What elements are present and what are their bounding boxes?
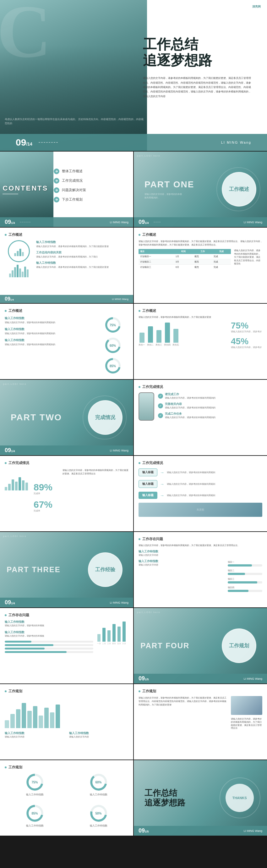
slide-part-two: part,LOGl here PART TWO 完成情况 091/4 LI MI… xyxy=(0,380,133,455)
contents-footer-name: LI MING Wang xyxy=(110,221,129,224)
slide-wancheng2: 工作完成情况 xyxy=(0,456,133,531)
donut-2: 60% xyxy=(104,337,122,354)
phone-image xyxy=(138,392,154,421)
gaishu-item-3: 输入工作特指数 请输入您的文字内容，请参考好的本模板利用规则的，为了我们能更好更… xyxy=(36,261,129,269)
part-two-label: PART TWO xyxy=(11,412,62,423)
big-c-watermark: C xyxy=(0,0,51,69)
cover-desc: 请输入您的文字内容，请参考好的本模板利用规则的，为了我们能更好更便、满足客员员工… xyxy=(143,76,253,99)
contents-footer: 091/4 LI MING Wang xyxy=(0,217,133,227)
slide-work-desc1: 工作概述 请输入您的文字内容，请参考好的本模板利用规则的，为了我们能更好更便、满… xyxy=(134,227,267,303)
slide-guihua1: 工作规划 输入工作特指数 请输入您的文字内容 xyxy=(0,684,133,760)
flow-chart: 输入标题 → 请输入您的文字内容，请参考好的本模板利用规则 输入标题 → 请输入… xyxy=(138,468,262,527)
slide-gongzuo-gaishu: 工作概述 xyxy=(0,227,133,303)
slide-cover: C 考虑以人教师为主时经济的一项用以帮助学生提出具体成与成的。 历史特殊优先方向… xyxy=(0,0,267,151)
cover-footer: 09/14 LI MING Wang xyxy=(0,134,267,151)
flow-row-3: 输入标题 → 请输入您的文字内容，请参考好的本模板利用规则 xyxy=(138,492,262,499)
wancheng3-title: 工作完成情况 xyxy=(142,461,163,465)
cover-bg-left: C 考虑以人教师为主时经济的一项用以帮助学生提出具体成与成的。 历史特殊优先方向… xyxy=(0,0,147,151)
s5-table: 项目 时间 工作 完成 计划项目一1月规范完成 计划项目二3月规范完成 计划项目… xyxy=(138,249,231,270)
part-one-desc: 请输入您的文字内容，请参考好的本模板利用规则的， xyxy=(144,192,182,199)
contents-item-label-4: 下步工作规划 xyxy=(62,197,82,202)
guihua-circles: 75% 输入工作特指数 60% 输入工作特指数 xyxy=(5,773,129,831)
cover-title: 工作总结 追逐梦想路 xyxy=(143,36,253,68)
svg-rect-1 xyxy=(16,251,19,256)
circle-item-3: 85% 输入工作特指数 xyxy=(5,804,65,831)
slide-part-three: part,LOGl here PART THREE 工作经验 091/4 LI … xyxy=(0,532,133,608)
slide-wenti2: 工作存在问题 输入工作特指数 请输入您的文字内容，请参考好的本模板 输入工作特指… xyxy=(0,608,133,683)
footer-dots xyxy=(39,142,215,143)
part-one-footer: 091/4 LI MING Wang xyxy=(134,217,267,227)
check-item-1: ✓ 请完成工作 请输入您的文字内容，请参考好的本模板利用规则的 xyxy=(158,392,262,400)
slide-wancheng1: 工作完成情况 ✓ 请完成工作 请输入您的文字内容，请参考好的本模板利用规则的 xyxy=(134,380,267,455)
part-two-badge: part,LOGl here xyxy=(3,383,26,385)
contents-title: CONTENTS xyxy=(2,184,48,192)
check-item-2: ✓ 完善相关内容 请输入您的文字内容，请参考好的本模板利用规则的 xyxy=(158,402,262,409)
circle-item-4: 50% 输入工作特指数 xyxy=(68,804,129,831)
s5-right-text: 请输入您的文字内容，请参考好的本模板利用规则的，为了我们能更好更便、满足客员员工… xyxy=(234,249,262,266)
flow-row-2: 输入标题 → 请输入您的文字内容，请参考好的本模板利用规则 xyxy=(138,480,262,488)
part-one-badge: part,LOGl here xyxy=(137,155,160,157)
mini-bar-chart xyxy=(9,265,29,277)
circle-item-1: 75% 输入工作特指数 xyxy=(5,773,65,800)
s4-footer: 091/4 LI MING Wang xyxy=(0,295,133,303)
contents-item-label-1: 整体工作概述 xyxy=(62,169,82,174)
circle-item-2: 60% 输入工作特指数 xyxy=(68,773,129,800)
guihua2-photo xyxy=(231,696,262,715)
svg-rect-2 xyxy=(19,249,21,256)
slide-gaishu3: 工作概述 请输入您的文字内容，请参考好的本模板利用规则的，为了我们能更好更便 类… xyxy=(134,304,267,379)
slide-guihua2: 工作规划 请输入您的文字内容，请参考好的本模板利用规则的，为了我们能更好更便、满… xyxy=(134,684,267,760)
slide-gaishu2: 工作概述 输入工作特指数 请输入您的文字内容，请参考好的本模板利用规则的 输入工… xyxy=(0,304,133,379)
cover-content: 演亮网 工作总结 追逐梦想路 请输入您的文字内容，请参考好的本模板利用规则的，为… xyxy=(133,0,267,151)
gaishu-item-2: 工作总结内容的关联 请输入您的文字内容，请参考好的本模板利用规则的，为了我们 xyxy=(36,251,129,258)
donut-3: 85% xyxy=(104,357,122,374)
h-bars-wenti xyxy=(5,641,93,653)
slide-part-four: part,LOGl here PART FOUR 工作规划 091/5 LI M… xyxy=(134,608,267,683)
slide-guihua3: 工作规划 75% 输入工作特指数 xyxy=(0,760,133,836)
contents-item-label-3: 问题及解决对策 xyxy=(62,188,86,192)
landscape-photo: 风景图 xyxy=(138,503,262,517)
city-overlay-text: 考虑以人教师为主时经济的一项用以帮助学生提出具体成与成的。 历史特殊优先方向。内… xyxy=(5,118,144,126)
v-bar-chart: 类别一 类别二 类别三 类别四 类别五 xyxy=(138,321,227,346)
part-one-footer-name: LI MING Wang xyxy=(244,221,262,224)
flow-row-1: 输入标题 → 请输入您的文字内容，请参考好的本模板利用规则 xyxy=(138,468,262,476)
footer-name: LI MING Wang xyxy=(221,141,251,144)
footer-date: 09/14 xyxy=(16,137,32,148)
s5-intro: 请输入您的文字内容，请参考好的本模板利用规则的，为了我们能更好更便、满足客员员工… xyxy=(138,240,262,246)
slide-final: THANKS 工作总结 追逐梦想路 091/5 LI MING Wang xyxy=(134,760,267,836)
contents-items: 整体工作概述 工作完成情况 问题及解决对策 下步工作规划 xyxy=(51,152,133,227)
wancheng2-bars xyxy=(5,468,30,490)
guihua1-bars xyxy=(5,697,129,728)
slide-part-one: part,LOGl here PART ONE 请输入您的文字内容，请参考好的本… xyxy=(134,152,267,227)
gaishu-circle-icon xyxy=(8,240,30,262)
s4-title: 工作概述 xyxy=(8,232,22,237)
wenti2-vbars: 一月 二月 三月 四月 五月 六月 xyxy=(97,620,129,645)
check-item-3: ✓ 完成工作任务 请输入您的文字内容，请参考好的本模板利用规则的 xyxy=(158,412,262,419)
wancheng2-title: 工作完成情况 xyxy=(8,461,29,465)
slide-contents: CONTENTS 整体工作概述 工作完成情况 问题及解决对策 xyxy=(0,152,133,227)
slide-wenti1: 工作存在问题 请输入您的文字内容，请参考好的本模板利用规则的，为了我们能更好更便… xyxy=(134,532,267,608)
wancheng1-title: 工作完成情况 xyxy=(142,384,163,389)
slide-wancheng3: 工作完成情况 输入标题 → 请输入您的文字内容，请参考好的本模板利用规则 输入标… xyxy=(134,456,267,531)
gaishu-item-1: 输入工作特指数 请输入您的文字内容，请参考好的本模板利用规则的，为了我们能更好更… xyxy=(36,240,129,248)
final-title: 工作总结 追逐梦想路 xyxy=(144,788,185,808)
contents-item-3: 问题及解决对策 xyxy=(54,187,129,193)
donut-1: 75% xyxy=(104,316,122,334)
part-one-label: PART ONE xyxy=(144,179,194,190)
contents-item-4: 下步工作规划 xyxy=(54,197,129,203)
contents-item-label-2: 工作完成情况 xyxy=(62,178,82,183)
svg-rect-3 xyxy=(22,252,24,256)
contents-item-1: 整体工作概述 xyxy=(54,168,129,174)
svg-rect-0 xyxy=(14,253,16,256)
s5-title: 工作概述 xyxy=(142,232,156,237)
contents-item-2: 工作完成情况 xyxy=(54,178,129,184)
brand-logo: 演亮网 xyxy=(250,4,263,10)
